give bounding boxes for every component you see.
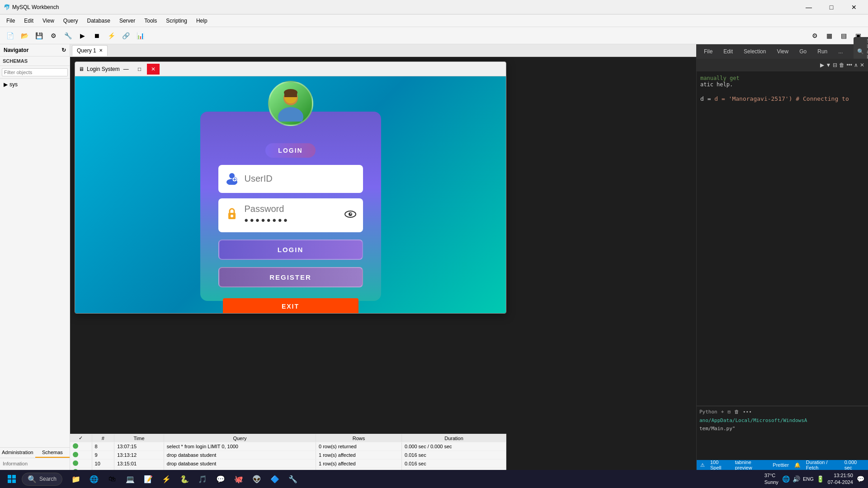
split-btn[interactable]: ⊟ [833, 62, 837, 68]
user-icon-svg [225, 170, 239, 185]
menu-help[interactable]: Help [192, 16, 212, 26]
maximize-btn[interactable]: □ [821, 0, 842, 14]
vscode-editor[interactable]: manually get atic help. d = d = 'Manorag… [697, 71, 868, 406]
minimize-btn[interactable]: — [798, 0, 819, 14]
information-label: Information [0, 458, 70, 469]
volume-icon[interactable]: 🔊 [793, 475, 800, 483]
menu-edit[interactable]: Edit [19, 16, 38, 26]
notifications-icon[interactable]: 💬 [857, 475, 864, 483]
login-label-button[interactable]: LOGIN [265, 143, 315, 158]
svg-point-11 [231, 215, 233, 217]
status-dot [73, 460, 78, 466]
toolbar-btn6[interactable]: ⏹ [90, 29, 103, 42]
run-btn[interactable]: ▶ [820, 62, 824, 68]
svg-point-1 [278, 107, 303, 122]
terminal-split[interactable]: ⊟ [727, 409, 731, 415]
taskbar-search-box[interactable]: 🔍 Search [22, 473, 62, 486]
toolbar-btn9[interactable]: 📊 [134, 29, 146, 42]
toolbar-save[interactable]: 💾 [33, 29, 45, 42]
tabnine-label[interactable]: tabnine preview [735, 460, 768, 470]
taskbar-app-extra1[interactable]: 🔷 [267, 471, 283, 487]
delete-btn[interactable]: 🗑 [839, 62, 844, 68]
navigator-refresh[interactable]: ↻ [61, 47, 66, 53]
taskbar-app-notes[interactable]: 📝 [140, 471, 156, 487]
vscode-menu-edit[interactable]: Edit [720, 47, 736, 56]
login-close[interactable]: ✕ [147, 64, 160, 75]
toolbar-right1[interactable]: ⚙ [808, 29, 821, 42]
menu-server[interactable]: Server [115, 16, 140, 26]
toolbar-layout1[interactable]: ▦ [823, 29, 835, 42]
table-row: 8 13:07:15 select * from login LIMIT 0, … [70, 442, 506, 451]
menu-scripting[interactable]: Scripting [161, 16, 192, 26]
userid-field-container [218, 165, 363, 193]
toolbar-layout2[interactable]: ▤ [837, 29, 850, 42]
filter-input[interactable] [2, 68, 68, 76]
taskbar-app-github[interactable]: 🐙 [231, 471, 247, 487]
taskbar-app-store[interactable]: 🛍 [104, 471, 120, 487]
userid-input[interactable] [245, 174, 359, 184]
login-titlebar: 🖥 Login System — □ ✕ [75, 62, 506, 76]
terminal-add[interactable]: + [721, 409, 724, 415]
menu-view[interactable]: View [38, 16, 59, 26]
terminal-delete[interactable]: 🗑 [734, 409, 739, 415]
row-id: 9 [92, 451, 114, 460]
login-minimize[interactable]: — [120, 64, 132, 75]
tree-item-sys[interactable]: ▶ sys [2, 80, 68, 89]
more-btn[interactable]: ••• [846, 62, 852, 68]
vscode-menu-selection[interactable]: Selection [740, 47, 769, 56]
taskbar-app-files[interactable]: 📁 [68, 471, 84, 487]
login-submit-button[interactable]: LOGIN [218, 239, 363, 260]
lock-icon-svg [225, 206, 239, 221]
collapse-btn[interactable]: ∧ [854, 62, 858, 68]
close-btn[interactable]: ✕ [844, 0, 864, 14]
toolbar-btn7[interactable]: ⚡ [105, 29, 118, 42]
tab-schemas[interactable]: Schemas [35, 448, 70, 458]
register-button[interactable]: REGISTER [218, 267, 363, 287]
toolbar-open[interactable]: 📂 [18, 29, 31, 42]
notification-icon[interactable]: 🔔 [794, 462, 801, 468]
taskbar-app-spotify[interactable]: 🎵 [194, 471, 211, 487]
login-maximize[interactable]: □ [133, 64, 146, 75]
menu-database[interactable]: Database [83, 16, 115, 26]
app-title: MySQL Workbench [12, 4, 59, 10]
spell-label[interactable]: 100 Spell [710, 460, 730, 470]
debug-btn[interactable]: ▼ [826, 62, 831, 68]
title-bar: 🐬 MySQL Workbench — □ ✕ [0, 0, 868, 14]
toolbar-new[interactable]: 📄 [4, 29, 16, 42]
vscode-menu-run[interactable]: Run [814, 47, 831, 56]
tab-administration[interactable]: Administration [0, 448, 35, 458]
taskbar-app-reddit[interactable]: 👽 [249, 471, 265, 487]
table-row: 10 13:15:01 drop database student 1 row(… [70, 460, 506, 468]
query-tab-close[interactable]: ✕ [99, 48, 103, 53]
taskbar-app-extra2[interactable]: 🔧 [285, 471, 301, 487]
toolbar-btn8[interactable]: 🔗 [119, 29, 132, 42]
taskbar-app-python[interactable]: 🐍 [176, 471, 193, 487]
taskbar-app-discord[interactable]: 💬 [212, 471, 229, 487]
battery-icon[interactable]: 🔋 [816, 475, 824, 483]
menu-file[interactable]: File [2, 16, 19, 26]
close-terminal-btn[interactable]: ✕ [860, 62, 864, 68]
code-text: d = [700, 95, 714, 102]
menu-tools[interactable]: Tools [140, 16, 161, 26]
password-placeholder[interactable] [245, 204, 339, 214]
exit-button[interactable]: EXIT [223, 298, 359, 314]
vscode-menu-view[interactable]: View [773, 47, 792, 56]
menu-query[interactable]: Query [59, 16, 83, 26]
start-button[interactable] [4, 471, 20, 487]
network-icon[interactable]: 🌐 [782, 475, 790, 483]
taskbar-icons: 🌐 🔊 ENG 🔋 [782, 475, 824, 483]
toolbar-btn3[interactable]: ⚙ [47, 29, 60, 42]
toolbar-btn5[interactable]: ▶ [76, 29, 89, 42]
vscode-menu-go[interactable]: Go [796, 47, 810, 56]
toolbar-btn4[interactable]: 🔧 [61, 29, 74, 42]
terminal-more[interactable]: ••• [743, 409, 752, 415]
col-rows: Rows [316, 434, 401, 442]
taskbar-app-chrome[interactable]: 🌐 [86, 471, 102, 487]
prettier-label[interactable]: Prettier [773, 462, 788, 468]
taskbar-app-terminal[interactable]: 💻 [122, 471, 138, 487]
taskbar-app-vscode[interactable]: ⚡ [158, 471, 175, 487]
query-tab-1[interactable]: Query 1 ✕ [72, 45, 108, 56]
vscode-menu-file[interactable]: File [700, 47, 716, 56]
vscode-menu-more[interactable]: ... [835, 47, 846, 56]
eye-icon[interactable] [344, 208, 357, 222]
